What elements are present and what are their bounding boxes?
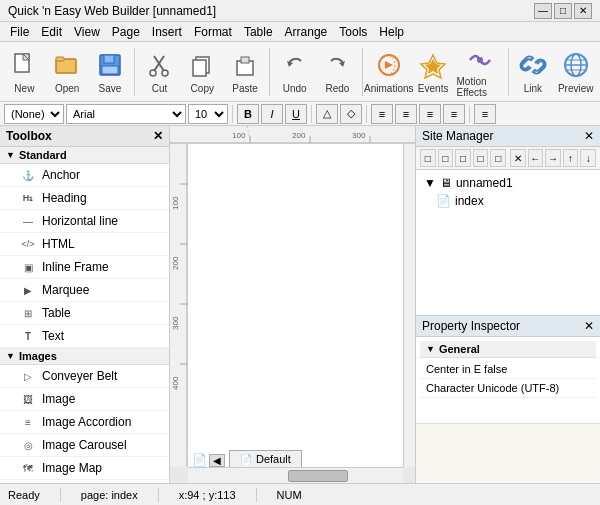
standard-section-header: ▼ Standard (0, 147, 169, 164)
italic-button[interactable]: I (261, 104, 283, 124)
window-title: Quick 'n Easy Web Builder [unnamed1] (8, 4, 216, 18)
redo-button[interactable]: Redo (317, 45, 358, 99)
open-svg (53, 51, 81, 79)
menu-edit[interactable]: Edit (35, 23, 68, 41)
site-manager-header: Site Manager ✕ (416, 126, 600, 147)
ruler-top: 100 200 300 (170, 126, 415, 144)
undo-button[interactable]: Undo (274, 45, 315, 99)
events-label: Events (418, 83, 449, 94)
toolbox-item-html[interactable]: </> HTML (0, 233, 169, 256)
toolbox-item-image[interactable]: 🖼 Image (0, 388, 169, 411)
open-button[interactable]: Open (47, 45, 88, 99)
title-bar: Quick 'n Easy Web Builder [unnamed1] — □… (0, 0, 600, 22)
sm-preview-btn[interactable]: □ (490, 149, 506, 167)
paste-button[interactable]: Paste (225, 45, 266, 99)
menu-arrange[interactable]: Arrange (279, 23, 334, 41)
standard-section: ▼ Standard ⚓ Anchor H₁ Heading — Horizon… (0, 147, 169, 348)
ruler-left-svg: 100 200 300 400 (170, 144, 188, 467)
animations-button[interactable]: Animations (367, 45, 411, 99)
format-bar: (None) Arial 10 B I U △ ◇ ≡ ≡ ≡ ≡ ≡ (0, 102, 600, 126)
align-left-button[interactable]: ≡ (371, 104, 393, 124)
align-right-button[interactable]: ≡ (419, 104, 441, 124)
scroll-thumb-h[interactable] (288, 470, 348, 482)
page-left-btn[interactable]: ◀ (209, 454, 225, 467)
tree-item-root[interactable]: ▼ 🖥 unnamed1 (420, 174, 596, 192)
tab-default-icon: 📄 (240, 454, 252, 465)
sm-new-site-btn[interactable]: □ (420, 149, 436, 167)
maximize-button[interactable]: □ (554, 3, 572, 19)
size-select[interactable]: 10 (188, 104, 228, 124)
toolbox-item-horizontal-line[interactable]: — Horizontal line (0, 210, 169, 233)
toolbox-item-conveyer-belt[interactable]: ▷ Conveyer Belt (0, 365, 169, 388)
canvas-container[interactable] (188, 144, 403, 467)
triangle-button[interactable]: △ (316, 104, 338, 124)
toolbox-item-image-accordion[interactable]: ≡ Image Accordion (0, 411, 169, 434)
cut-button[interactable]: Cut (139, 45, 180, 99)
toolbox-item-image-map[interactable]: 🗺 Image Map (0, 457, 169, 480)
style-select[interactable]: (None) (4, 104, 64, 124)
sm-delete-btn[interactable]: ✕ (510, 149, 526, 167)
prop-character-label: Character Unicode (UTF-8) (426, 382, 559, 394)
toolbox-item-image-carousel[interactable]: ◎ Image Carousel (0, 434, 169, 457)
copy-button[interactable]: Copy (182, 45, 223, 99)
redo-icon (321, 49, 353, 81)
sm-up-btn[interactable]: ↑ (563, 149, 579, 167)
menu-insert[interactable]: Insert (146, 23, 188, 41)
sm-right-btn[interactable]: → (545, 149, 561, 167)
window-controls[interactable]: — □ ✕ (534, 3, 592, 19)
preview-button[interactable]: Preview (555, 45, 596, 99)
new-button[interactable]: New (4, 45, 45, 99)
toolbox-item-anchor[interactable]: ⚓ Anchor (0, 164, 169, 187)
menu-help[interactable]: Help (373, 23, 410, 41)
cut-label: Cut (152, 83, 168, 94)
site-manager-close-icon[interactable]: ✕ (584, 129, 594, 143)
save-button[interactable]: Save (90, 45, 131, 99)
menu-tools[interactable]: Tools (333, 23, 373, 41)
menu-page[interactable]: Page (106, 23, 146, 41)
images-collapse-icon: ▼ (6, 351, 15, 361)
toolbox-item-text[interactable]: T Text (0, 325, 169, 348)
motion-effects-button[interactable]: Motion Effects (456, 45, 504, 99)
font-select[interactable]: Arial (66, 104, 186, 124)
horizontal-scrollbar[interactable] (188, 467, 403, 483)
link-button[interactable]: Link (513, 45, 554, 99)
more-format-button[interactable]: ≡ (474, 104, 496, 124)
paste-icon (229, 49, 261, 81)
toolbox-item-table[interactable]: ⊞ Table (0, 302, 169, 325)
tab-bar: 📄 ◀ 📄 Default (188, 450, 302, 467)
toolbox-item-marquee[interactable]: ▶ Marquee (0, 279, 169, 302)
menu-table[interactable]: Table (238, 23, 279, 41)
minimize-button[interactable]: — (534, 3, 552, 19)
bold-button[interactable]: B (237, 104, 259, 124)
toolbox-item-inline-frame[interactable]: ▣ Inline Frame (0, 256, 169, 279)
menu-format[interactable]: Format (188, 23, 238, 41)
svg-text:300: 300 (171, 316, 180, 330)
tab-default[interactable]: 📄 Default (229, 450, 302, 467)
sm-left-btn[interactable]: ← (528, 149, 544, 167)
sm-down-btn[interactable]: ↓ (580, 149, 596, 167)
sm-open-btn[interactable]: □ (438, 149, 454, 167)
vertical-scrollbar[interactable] (403, 144, 415, 467)
conveyer-belt-label: Conveyer Belt (42, 369, 117, 383)
property-inspector-title: Property Inspector (422, 319, 520, 333)
toolbox-close-icon[interactable]: ✕ (153, 129, 163, 143)
close-button[interactable]: ✕ (574, 3, 592, 19)
menu-view[interactable]: View (68, 23, 106, 41)
toolbox-header: Toolbox ✕ (0, 126, 169, 147)
horizontal-line-label: Horizontal line (42, 214, 118, 228)
underline-button[interactable]: U (285, 104, 307, 124)
align-justify-button[interactable]: ≡ (443, 104, 465, 124)
canvas-inner[interactable] (188, 144, 403, 467)
diamond-button[interactable]: ◇ (340, 104, 362, 124)
sm-save-btn[interactable]: □ (455, 149, 471, 167)
events-button[interactable]: Events (413, 45, 454, 99)
property-inspector-close-icon[interactable]: ✕ (584, 319, 594, 333)
sm-page-btn[interactable]: □ (473, 149, 489, 167)
svg-rect-14 (241, 57, 249, 63)
inline-frame-icon: ▣ (20, 259, 36, 275)
toolbox-item-heading[interactable]: H₁ Heading (0, 187, 169, 210)
tree-item-index[interactable]: 📄 index (420, 192, 596, 210)
align-center-button[interactable]: ≡ (395, 104, 417, 124)
menu-bar: File Edit View Page Insert Format Table … (0, 22, 600, 42)
menu-file[interactable]: File (4, 23, 35, 41)
